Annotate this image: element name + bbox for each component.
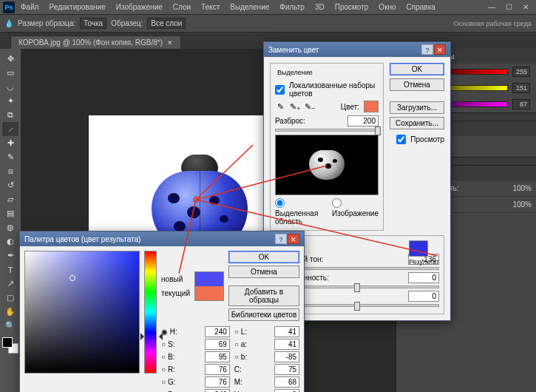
lasso-tool[interactable]: ◡ [2,80,18,94]
menu-text[interactable]: Текст [197,1,224,13]
window-minimize[interactable]: — [484,1,500,13]
g-radio[interactable]: ○ G: [161,378,200,386]
red-value[interactable]: 255 [512,67,530,77]
radio-image[interactable]: Изображение [332,198,379,226]
close-icon[interactable]: ✕ [434,44,446,55]
menu-layers[interactable]: Слои [169,1,195,13]
wand-tool[interactable]: ✦ [2,94,18,108]
dodge-tool[interactable]: ◐ [2,234,18,249]
blur-tool[interactable]: ◍ [2,220,18,234]
menu-3d[interactable]: 3D [311,1,329,13]
close-icon[interactable]: ✕ [288,234,299,244]
color-picker-titlebar[interactable]: Палитра цветов (цвет результата) ?✕ [20,232,304,246]
help-icon[interactable]: ? [275,234,287,244]
result-label: Результат [409,258,439,266]
g-value[interactable]: 76 [205,376,230,388]
gradient-tool[interactable]: ▤ [2,206,18,220]
eyedropper-plus-icon[interactable]: ✎₊ [290,101,300,112]
replace-color-titlebar[interactable]: Заменить цвет ?✕ [264,42,450,57]
hue-radio[interactable]: ◉ H: [161,328,200,336]
brush-tool[interactable]: ✎ [2,150,18,164]
ok-button[interactable]: OK [390,63,444,75]
workspace-switcher[interactable]: Основная рабочая среда [454,20,532,27]
eyedropper-minus-icon[interactable]: ✎₋ [305,101,315,112]
hue-strip[interactable] [144,251,157,374]
lightness-value[interactable]: 0 [408,291,439,302]
a-value[interactable]: 41 [274,339,299,350]
load-button[interactable]: Загрузить... [390,101,444,114]
preview-checkbox[interactable]: Просмотр [390,135,444,144]
saturation-value[interactable]: 0 [408,272,439,283]
save-button[interactable]: Сохранить... [390,117,444,129]
menu-file[interactable]: Файл [16,1,44,13]
color-compare-swatch[interactable] [194,271,224,301]
hand-tool[interactable]: ✋ [2,305,18,319]
shape-tool[interactable]: ▢ [2,291,18,305]
eyedropper-tool[interactable]: ⟋ [2,122,18,136]
menu-image[interactable]: Изображение [112,1,167,13]
menu-edit[interactable]: Редактирование [45,1,110,13]
heal-tool[interactable]: ✚ [2,136,18,150]
c-value[interactable]: 75 [274,364,299,375]
move-tool[interactable]: ✥ [2,52,18,66]
type-tool[interactable]: T [2,263,18,277]
eyedropper-icon[interactable]: ✎ [275,101,285,112]
menu-window[interactable]: Окно [374,1,400,13]
cancel-button[interactable]: Отмена [390,78,444,91]
add-swatch-button[interactable]: Добавить в образцы [228,285,299,306]
color-values-grid: ◉ H:240 ○ L:41 ○ S:69 ○ a:41 ○ B:95 ○ b:… [161,326,299,392]
cancel-button[interactable]: Отмена [228,266,299,278]
menu-view[interactable]: Просмотр [330,1,373,13]
pen-tool[interactable]: ✒ [2,249,18,263]
m-value[interactable]: 68 [274,376,299,388]
green-value[interactable]: 151 [512,83,530,93]
s-value[interactable]: 69 [205,339,230,350]
fill-value[interactable]: 100% [512,200,532,209]
r-value[interactable]: 76 [205,364,230,375]
zoom-tool[interactable]: 🔍 [2,319,18,333]
radio-selection[interactable]: Выделенная область [275,198,323,226]
foreground-color[interactable] [2,337,13,348]
saturation-value-field[interactable] [24,251,140,374]
sample-layers-select[interactable]: Все слои [147,18,186,29]
crop-tool[interactable]: ⧉ [2,108,18,122]
marquee-tool[interactable]: ▭ [2,66,18,80]
s-radio[interactable]: ○ S: [161,340,200,348]
bb-value[interactable]: 242 [205,389,230,392]
fuzziness-value[interactable]: 200 [347,115,379,126]
path-tool[interactable]: ↗ [2,277,18,291]
color-wells[interactable] [2,337,18,354]
selection-preview[interactable] [275,135,379,195]
eyedropper-icon: 💧 [4,19,13,27]
document-tab[interactable]: КОРОВА.jpg @ 100% (Фон копия, RGB/8*) ✕ [10,36,181,49]
r-radio[interactable]: ○ R: [161,365,200,374]
libraries-button[interactable]: Библиотеки цветов [228,308,299,321]
b-value[interactable]: 95 [205,351,230,362]
l-radio[interactable]: ○ L: [234,328,270,336]
sample-size-select[interactable]: Точка [80,18,106,29]
window-close[interactable]: ✕ [518,1,533,13]
opacity-value[interactable]: 100% [512,184,532,192]
b2-radio[interactable]: ○ b: [234,353,270,361]
menu-help[interactable]: Справка [402,1,440,13]
history-brush-tool[interactable]: ↺ [2,178,18,192]
h-value[interactable]: 240 [205,326,230,337]
menu-select[interactable]: Выделение [225,1,274,13]
help-icon[interactable]: ? [421,44,433,55]
window-maximize[interactable]: ☐ [501,1,517,13]
fuzziness-slider[interactable] [275,129,379,132]
localized-checkbox[interactable]: Локализованные наборы цветов [275,81,379,98]
y-value[interactable]: 0 [274,389,299,392]
sampled-color-swatch[interactable] [364,101,379,112]
b-radio[interactable]: ○ B: [161,353,200,361]
menu-filter[interactable]: Фильтр [275,1,309,13]
ok-button[interactable]: OK [228,251,299,263]
l-value[interactable]: 41 [274,326,299,337]
result-color-swatch[interactable] [409,240,428,257]
eraser-tool[interactable]: ▱ [2,192,18,206]
stamp-tool[interactable]: ⧇ [2,164,18,178]
close-icon[interactable]: ✕ [167,39,173,47]
a-radio[interactable]: ○ a: [234,340,270,348]
blue-value[interactable]: 87 [512,99,530,109]
b2-value[interactable]: -85 [274,351,299,362]
